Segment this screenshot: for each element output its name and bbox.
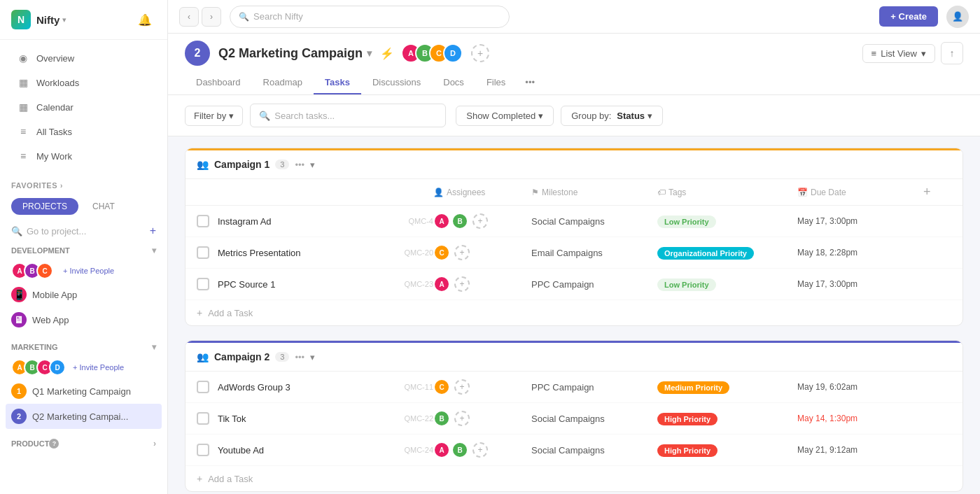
add-task-icon: +: [197, 473, 202, 484]
task-checkbox[interactable]: [197, 381, 209, 393]
bolt-icon[interactable]: ⚡: [380, 47, 394, 60]
task-checkbox[interactable]: [197, 444, 209, 456]
table-row: Youtube Ad QMC-24 A B + Social Campaigns…: [186, 435, 962, 466]
brand-name: Nifty: [36, 14, 59, 26]
project-item-web-app[interactable]: 🖥 Web App: [0, 307, 167, 332]
sidebar-item-calendar[interactable]: ▦ Calendar: [6, 95, 162, 119]
sidebar-item-my-work[interactable]: ≡ My Work: [6, 144, 162, 168]
add-task-button[interactable]: + Add a Task: [186, 300, 962, 325]
main-content: ‹ › 🔍 Search Nifty + Create 👤 2 Q2 Marke…: [168, 0, 980, 494]
task-name: AdWords Group 3: [218, 382, 290, 393]
project-item-mobile-app[interactable]: 📱 Mobile App: [0, 282, 167, 307]
sidebar-item-workloads[interactable]: ▦ Workloads: [6, 71, 162, 94]
campaign1-more-button[interactable]: •••: [295, 160, 304, 170]
milestone-cell: Email Campaigns: [531, 248, 657, 258]
add-project-button[interactable]: +: [150, 225, 156, 237]
search-tasks-input[interactable]: 🔍 Search tasks...: [250, 104, 446, 127]
nav-arrows: ‹ ›: [179, 7, 221, 27]
project-title-row: 2 Q2 Marketing Campaign ▾ ⚡ A B C D + ≡ …: [185, 41, 963, 71]
marketing-avatars: A B C D + Invite People: [0, 356, 167, 379]
filter-chevron-icon: ▾: [229, 111, 234, 121]
campaign2-header[interactable]: 👥 Campaign 2 3 ••• ▾: [186, 343, 962, 372]
task-checkbox[interactable]: [197, 412, 209, 425]
sidebar-item-all-tasks[interactable]: ≡ All Tasks: [6, 120, 162, 143]
sidebar-item-overview[interactable]: ◉ Overview: [6, 46, 162, 70]
logo-icon: N: [11, 10, 31, 29]
back-arrow-button[interactable]: ‹: [179, 7, 199, 27]
overview-icon: ◉: [17, 52, 29, 64]
add-task-button[interactable]: + Add a Task: [186, 466, 962, 491]
create-button[interactable]: + Create: [879, 6, 938, 27]
task-name: Tik Tok: [218, 414, 246, 424]
tab-discussions[interactable]: Discussions: [361, 71, 432, 94]
brand-chevron-icon[interactable]: ▾: [62, 15, 66, 24]
milestone-icon: ⚑: [531, 188, 539, 197]
project-item-q2[interactable]: 2 Q2 Marketing Campai...: [6, 404, 162, 429]
campaign1-header[interactable]: 👥 Campaign 1 3 ••• ▾: [186, 150, 962, 179]
avatar: D: [443, 43, 463, 63]
notification-icon[interactable]: 🔔: [134, 8, 156, 31]
avatar: B: [451, 442, 468, 458]
add-assignee-button[interactable]: +: [454, 276, 470, 292]
task-checkbox[interactable]: [197, 278, 209, 290]
due-date: May 14, 1:30pm: [797, 414, 923, 423]
sidebar-header: N Nifty ▾ 🔔: [0, 0, 167, 40]
product-section[interactable]: PRODUCT ? ›: [0, 435, 167, 453]
add-assignee-button[interactable]: +: [472, 213, 488, 229]
tab-files[interactable]: Files: [475, 71, 517, 94]
filter-button[interactable]: Filter by ▾: [185, 106, 243, 126]
forward-arrow-button[interactable]: ›: [202, 7, 221, 27]
assignees-cell: B +: [433, 410, 531, 427]
assignees-cell: A B +: [433, 213, 531, 230]
project-item-q1[interactable]: 1 Q1 Marketing Campaign: [0, 379, 167, 404]
task-checkbox[interactable]: [197, 215, 209, 227]
chat-tab[interactable]: CHAT: [81, 198, 126, 215]
tag-badge: Organizational Priority: [657, 247, 754, 260]
add-assignee-button[interactable]: +: [454, 379, 470, 395]
campaign1-name: Campaign 1: [214, 159, 270, 170]
list-view-button[interactable]: ≡ List View ▾: [862, 44, 935, 63]
projects-tab[interactable]: PROJECTS: [11, 198, 78, 215]
add-assignee-button[interactable]: +: [454, 411, 470, 426]
search-project[interactable]: 🔍 Go to project... +: [0, 220, 167, 241]
global-search[interactable]: 🔍 Search Nifty: [230, 6, 510, 28]
search-tasks-icon: 🔍: [259, 111, 270, 121]
due-date-header: 📅 Due Date: [797, 188, 923, 197]
development-avatars: A B C + Invite People: [0, 260, 167, 282]
add-assignee-button[interactable]: +: [454, 245, 470, 260]
campaign2-chevron-icon[interactable]: ▾: [310, 352, 315, 362]
sidebar-item-label: Calendar: [36, 102, 74, 113]
due-date: May 19, 6:02am: [797, 382, 923, 392]
campaign1-chevron-icon[interactable]: ▾: [310, 160, 315, 170]
tab-dashboard[interactable]: Dashboard: [185, 71, 252, 94]
share-button[interactable]: ↑: [941, 42, 963, 64]
add-member-button[interactable]: +: [471, 44, 489, 62]
marketing-chevron-icon[interactable]: ▾: [152, 342, 156, 352]
invite-people-button[interactable]: + Invite People: [73, 363, 124, 372]
favorites-section-header[interactable]: FAVORITES ›: [0, 174, 167, 192]
user-avatar[interactable]: 👤: [946, 6, 969, 28]
development-chevron-icon[interactable]: ▾: [152, 246, 156, 255]
more-tabs-button[interactable]: •••: [517, 71, 543, 94]
avatar: A: [433, 213, 450, 230]
group-by-value: Status: [617, 111, 645, 121]
tab-roadmap[interactable]: Roadmap: [252, 71, 314, 94]
topbar: ‹ › 🔍 Search Nifty + Create 👤: [168, 0, 980, 34]
task-list: 👥 Campaign 1 3 ••• ▾ 👤 Assignees ⚑ Miles…: [168, 136, 980, 494]
product-chevron-icon[interactable]: ›: [153, 439, 156, 449]
project-title-chevron-icon[interactable]: ▾: [367, 48, 372, 59]
project-icon: 📱: [11, 287, 27, 302]
task-checkbox[interactable]: [197, 246, 209, 259]
tab-tasks[interactable]: Tasks: [314, 71, 361, 94]
add-assignee-button[interactable]: +: [472, 442, 488, 458]
project-icon: 🖥: [11, 312, 27, 327]
help-icon: ?: [49, 439, 59, 449]
invite-people-button[interactable]: + Invite People: [63, 267, 114, 275]
tab-docs[interactable]: Docs: [432, 71, 475, 94]
project-header-right: ≡ List View ▾ ↑: [862, 42, 963, 64]
campaign2-more-button[interactable]: •••: [295, 352, 304, 362]
show-completed-button[interactable]: Show Completed ▾: [456, 106, 554, 126]
add-column-button[interactable]: +: [923, 185, 951, 199]
group-by-button[interactable]: Group by: Status ▾: [561, 106, 663, 126]
project-header: 2 Q2 Marketing Campaign ▾ ⚡ A B C D + ≡ …: [168, 34, 980, 95]
